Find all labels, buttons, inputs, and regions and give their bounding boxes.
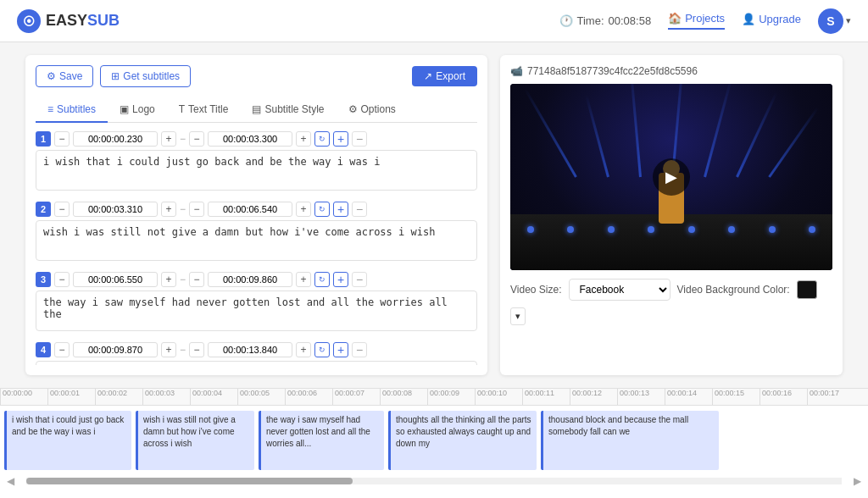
start-time-input-0[interactable] <box>73 131 158 147</box>
subtitle-header-3: 4 − + − − + ↻ + − <box>36 342 477 357</box>
chevron-down-icon: ▾ <box>846 15 851 26</box>
timeline-scrollbar[interactable] <box>26 478 842 484</box>
subtitle-item: 4 − + − − + ↻ + − thoughts all the think… <box>36 342 477 365</box>
scroll-right-arrow[interactable]: ▶ <box>854 475 861 487</box>
video-size-select[interactable]: Facebook YouTube Instagram Twitter Custo… <box>569 279 670 301</box>
decrease-end-2[interactable]: − <box>189 272 204 287</box>
decrease-end-3[interactable]: − <box>189 342 204 357</box>
decrease-end-0[interactable]: − <box>189 131 204 147</box>
timeline-tick: 00:00:12 <box>570 389 617 405</box>
export-button[interactable]: ↗ Export <box>412 66 477 86</box>
start-time-input-1[interactable] <box>73 202 158 217</box>
sync-btn-1[interactable]: ↻ <box>314 202 330 217</box>
export-icon: ↗ <box>424 70 432 82</box>
logo: ⦿ EASY SUB <box>17 9 120 33</box>
logo-tab-icon: ▣ <box>120 103 129 115</box>
subtitle-text-2[interactable]: the way i saw myself had never gotten lo… <box>36 290 477 331</box>
save-button[interactable]: ⚙ Save <box>36 65 93 87</box>
timeline-tick: 00:00:14 <box>665 389 712 405</box>
increase-end-1[interactable]: + <box>296 202 311 217</box>
increase-end-3[interactable]: + <box>296 342 311 357</box>
timeline-track-item[interactable]: thousand block and because the mall some… <box>541 411 719 470</box>
add-subtitle-btn-3[interactable]: + <box>333 342 348 357</box>
video-preview[interactable]: ▶ <box>510 84 832 270</box>
header-right: 🕐 Time: 00:08:58 🏠 Projects 👤 Upgrade S … <box>559 8 851 34</box>
timeline-track-item[interactable]: thoughts all the thinking all the parts … <box>388 411 537 470</box>
delete-subtitle-btn-2[interactable]: − <box>352 272 367 287</box>
scrollbar-thumb[interactable] <box>26 478 353 484</box>
video-icon: 📹 <box>510 65 523 77</box>
sync-btn-3[interactable]: ↻ <box>314 342 330 357</box>
user-icon: 👤 <box>742 13 755 25</box>
decrease-start-3[interactable]: − <box>54 342 70 357</box>
delete-subtitle-btn-0[interactable]: − <box>352 131 367 147</box>
add-subtitle-btn-1[interactable]: + <box>333 202 348 217</box>
end-time-input-0[interactable] <box>208 131 292 147</box>
play-button[interactable]: ▶ <box>653 158 690 196</box>
tab-text-title[interactable]: T Text Title <box>167 97 241 123</box>
timeline-track-item[interactable]: the way i saw myself had never gotten lo… <box>259 411 384 470</box>
decrease-start-0[interactable]: − <box>54 131 70 147</box>
timeline: 00:00:0000:00:0100:00:0200:00:0300:00:04… <box>0 388 868 498</box>
bg-color-label: Video Background Color: <box>677 284 790 296</box>
add-subtitle-btn-0[interactable]: + <box>333 131 348 147</box>
logo-sub: SUB <box>87 12 120 30</box>
increase-end-0[interactable]: + <box>296 131 311 147</box>
tab-subtitle-style[interactable]: ▤ Subtitle Style <box>240 97 336 123</box>
tab-options[interactable]: ⚙ Options <box>337 97 408 123</box>
subtitle-item: 2 − + − − + ↻ + − wish i was still not g… <box>36 202 477 263</box>
timeline-tick: 00:00:01 <box>47 389 95 405</box>
user-menu[interactable]: S ▾ <box>818 8 851 34</box>
increase-start-3[interactable]: + <box>161 342 176 357</box>
get-subtitles-button[interactable]: ⊞ Get subtitles <box>100 65 191 87</box>
timeline-tick: 00:00:04 <box>190 389 237 405</box>
scroll-left-arrow[interactable]: ◀ <box>7 475 14 487</box>
decrease-end-1[interactable]: − <box>189 202 204 217</box>
decrease-start-1[interactable]: − <box>54 202 70 217</box>
subtitle-item: 3 − + − − + ↻ + − the way i saw myself h… <box>36 272 477 334</box>
end-time-input-3[interactable] <box>208 342 292 357</box>
increase-end-2[interactable]: + <box>296 272 311 287</box>
delete-subtitle-btn-3[interactable]: − <box>352 342 367 357</box>
grid-icon: ⊞ <box>111 70 120 82</box>
timeline-tick: 00:00:10 <box>475 389 522 405</box>
subtitle-header-0: 1 − + − − + ↻ + − <box>36 131 477 147</box>
end-time-input-1[interactable] <box>208 202 292 217</box>
nav-projects[interactable]: 🏠 Projects <box>668 12 725 30</box>
stage-lights <box>510 226 832 233</box>
color-dropdown[interactable]: ▾ <box>510 307 526 325</box>
nav-upgrade[interactable]: 👤 Upgrade <box>742 13 801 29</box>
timeline-tick: 00:00:15 <box>712 389 760 405</box>
subtitle-header-2: 3 − + − − + ↻ + − <box>36 272 477 287</box>
add-subtitle-btn-2[interactable]: + <box>333 272 348 287</box>
subtitle-text-1[interactable]: wish i was still not give a damn but how… <box>36 220 477 261</box>
timeline-track-item[interactable]: i wish that i could just go back and be … <box>4 411 131 470</box>
subtitle-text-3[interactable]: thoughts all the thinking all the parts … <box>36 361 477 365</box>
list-icon: ≡ <box>47 103 53 115</box>
timeline-track-item[interactable]: wish i was still not give a damn but how… <box>136 411 254 470</box>
subtitle-num-1: 2 <box>36 202 51 217</box>
subtitle-text-0[interactable]: i wish that i could just go back and be … <box>36 150 477 191</box>
timeline-tick: 00:00:09 <box>427 389 475 405</box>
increase-start-2[interactable]: + <box>161 272 176 287</box>
delete-subtitle-btn-1[interactable]: − <box>352 202 367 217</box>
increase-start-1[interactable]: + <box>161 202 176 217</box>
timeline-tick: 00:00:16 <box>760 389 807 405</box>
main-content: ⚙ Save ⊞ Get subtitles ↗ Export ≡ Subtit… <box>0 42 868 388</box>
timeline-tick: 00:00:11 <box>522 389 570 405</box>
end-time-input-2[interactable] <box>208 272 292 287</box>
color-swatch[interactable] <box>797 280 817 299</box>
subtitle-num-0: 1 <box>36 131 51 147</box>
time-label: Time: <box>577 14 604 27</box>
sync-btn-2[interactable]: ↻ <box>314 272 330 287</box>
video-id: 📹 77148a8f5187739c4fcc22e5fd8c5596 <box>510 65 832 77</box>
increase-start-0[interactable]: + <box>161 131 176 147</box>
timeline-tick: 00:00:17 <box>807 389 854 405</box>
tab-subtitles[interactable]: ≡ Subtitles <box>36 97 108 123</box>
start-time-input-2[interactable] <box>73 272 158 287</box>
start-time-input-3[interactable] <box>73 342 158 357</box>
timeline-tick: 00:00:08 <box>380 389 427 405</box>
tab-logo[interactable]: ▣ Logo <box>108 97 167 123</box>
decrease-start-2[interactable]: − <box>54 272 70 287</box>
sync-btn-0[interactable]: ↻ <box>314 131 330 147</box>
